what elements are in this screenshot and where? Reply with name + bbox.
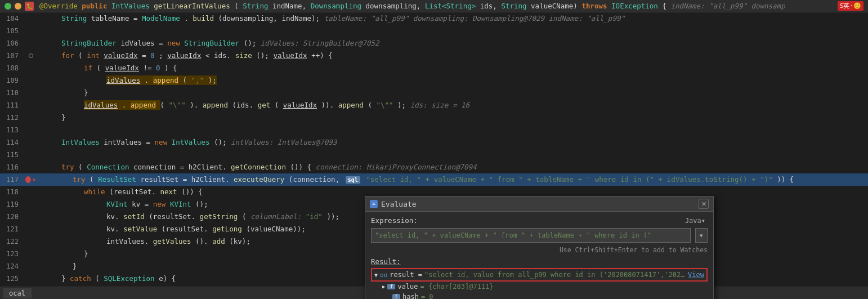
line-number: 119 (0, 200, 25, 208)
expression-row: Expression: Java▾ (371, 216, 708, 225)
table-row: 111 idValues . append ( "\"" ). append (… (0, 99, 868, 111)
line-number: 125 (0, 275, 25, 283)
line-number: 106 (0, 39, 25, 47)
line-number: 124 (0, 262, 25, 270)
result-label: Result: (371, 257, 708, 266)
result-variable-value: "select id, value from all_p99 where id … (424, 271, 686, 279)
line-gutter (25, 53, 37, 58)
line-content: } (37, 111, 868, 124)
line-number: 122 (0, 238, 25, 246)
expand-icon[interactable]: ▶ (382, 284, 385, 289)
line-number: 120 (0, 213, 25, 221)
method-signature-line: @Override public IntValues getLinearIntV… (34, 2, 863, 10)
expression-expand-button[interactable]: ▾ (695, 228, 708, 243)
debug-arrow-icon: ➤ (32, 176, 37, 184)
table-row: 117 ➤ try ( ResultSet resultSet = h2Clie… (0, 173, 868, 186)
oo-icon: oo (380, 271, 387, 279)
table-row: 110 } (0, 87, 868, 99)
line-number: 109 (0, 77, 25, 84)
green-dot-icon (5, 3, 11, 10)
sub-var-name-hash: hash (402, 293, 419, 299)
table-row: 112 } (0, 111, 868, 124)
breakpoint-outline (29, 53, 33, 58)
table-row: 113 (0, 124, 868, 136)
evaluate-dialog: ≡ Evaluate ✕ Expression: Java▾ ▾ Use Ctr… (365, 196, 714, 299)
line-number: 118 (0, 188, 25, 196)
table-row: 116 try ( Connection connection = h2Clie… (0, 161, 868, 173)
code-editor: 🐛 @Override public IntValues getLinearIn… (0, 0, 868, 299)
line-number: 111 (0, 101, 25, 109)
table-row: 104 String tableName = ModelName . build… (0, 12, 868, 25)
line-content: String tableName = ModelName . build (do… (37, 12, 868, 25)
line-number: 115 (0, 151, 25, 159)
annotation-override: @Override (39, 2, 78, 10)
line-number: 107 (0, 52, 25, 60)
table-row: 114 IntValues intValues = new IntValues … (0, 136, 868, 149)
line-content: try ( ResultSet resultSet = h2Client. ex… (37, 173, 868, 186)
line-content: if ( valueIdx != 0 ) { (37, 62, 868, 74)
java-language-selector[interactable]: Java▾ (685, 217, 705, 225)
table-row: 106 StringBuilder idValues = new StringB… (0, 37, 868, 50)
line-number: 104 (0, 15, 25, 23)
dialog-title-text: Evaluate (381, 200, 417, 208)
keyword-throws: throws (581, 2, 607, 10)
table-row: 109 idValues . append ( "," ); (0, 74, 868, 87)
result-value-row: ▼ oo result = "select id, value from all… (371, 268, 708, 282)
line-number: 105 (0, 27, 25, 35)
collapse-triangle-icon[interactable]: ▼ (374, 272, 378, 278)
line-content: } (37, 87, 868, 99)
line-number: 114 (0, 139, 25, 146)
result-variable-name: result = (390, 271, 422, 279)
view-link[interactable]: View (688, 271, 704, 279)
table-row: 108 if ( valueIdx != 0 ) { (0, 62, 868, 74)
table-row: 115 (0, 149, 868, 161)
expression-input-row: ▾ (371, 228, 708, 243)
result-sub-row-value: ▶ f value = {char[283]@7111} (371, 282, 708, 292)
f-badge-hash: f (392, 294, 400, 299)
table-row: 107 for ( int valueIdx = 0 ; valueIdx < … (0, 50, 868, 62)
breakpoint-icon (25, 176, 31, 183)
line-number: 123 (0, 250, 25, 258)
line-number: 108 (0, 64, 25, 72)
f-badge-value: f (387, 284, 395, 289)
dialog-title: ≡ Evaluate (370, 200, 417, 208)
line-content: try ( Connection connection = h2Client. … (37, 161, 868, 173)
dialog-body: Expression: Java▾ ▾ Use Ctrl+Shift+Enter… (365, 212, 713, 299)
local-tab[interactable]: ocal (3, 288, 32, 298)
sub-var-value-value: = {char[283]@7111} (420, 283, 705, 291)
method-signature-bar: 🐛 @Override public IntValues getLinearIn… (0, 0, 868, 12)
sougou-input-icon[interactable]: S英·😊 (838, 1, 863, 11)
line-number: 121 (0, 225, 25, 233)
sql-badge: sql (346, 176, 360, 184)
return-type: IntValues (111, 2, 150, 10)
line-content: IntValues intValues = new IntValues (); … (37, 136, 868, 149)
expression-label: Expression: (371, 216, 418, 225)
line-content: for ( int valueIdx = 0 ; valueIdx < ids.… (37, 50, 868, 62)
line-gutter: ➤ (25, 176, 37, 184)
result-sub-row-hash: f hash = 0 (371, 292, 708, 299)
evaluate-hint: Use Ctrl+Shift+Enter to add to Watches (371, 246, 708, 254)
sub-var-name-value: value (397, 283, 418, 291)
dialog-title-bar: ≡ Evaluate ✕ (365, 197, 713, 212)
gutter-icons: 🐛 (5, 2, 34, 11)
line-number: 116 (0, 163, 25, 171)
line-content: StringBuilder idValues = new StringBuild… (37, 37, 868, 50)
line-number: 112 (0, 114, 25, 122)
table-row: 105 (0, 25, 868, 37)
bug-icon: 🐛 (25, 2, 34, 11)
line-content: idValues . append ( "\"" ). append (ids.… (37, 99, 868, 111)
line-number: 113 (0, 126, 25, 134)
line-content: idValues . append ( "," ); (37, 74, 868, 87)
line-number: 110 (0, 89, 25, 97)
orange-dot-icon (15, 3, 21, 10)
method-name: getLinearIntValues (154, 2, 230, 10)
expression-input-field[interactable] (371, 228, 691, 243)
dialog-close-button[interactable]: ✕ (699, 199, 709, 209)
line-number: 117 (0, 176, 25, 184)
evaluate-dialog-icon: ≡ (370, 200, 378, 208)
sub-var-value-hash: = 0 (421, 293, 705, 299)
keyword-public: public (82, 2, 107, 10)
